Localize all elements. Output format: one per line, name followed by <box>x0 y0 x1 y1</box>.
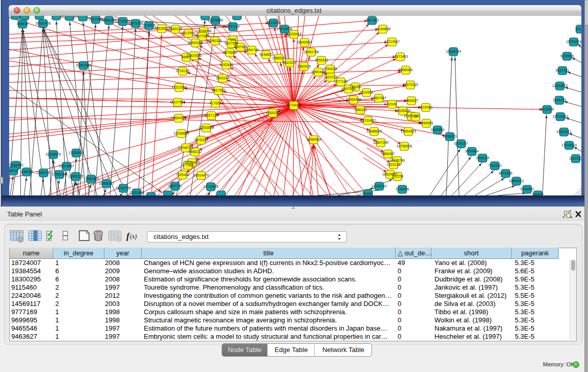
svg-text:16914479: 16914479 <box>193 173 209 177</box>
svg-text:20691406: 20691406 <box>35 21 51 25</box>
svg-text:7663822: 7663822 <box>155 27 169 30</box>
svg-text:1588520: 1588520 <box>272 56 286 60</box>
svg-text:12975115: 12975115 <box>403 83 418 86</box>
svg-text:9146821: 9146821 <box>259 53 273 56</box>
svg-text:12905135: 12905135 <box>68 174 83 178</box>
svg-text:39114: 39114 <box>9 169 18 172</box>
svg-text:12213967: 12213967 <box>384 40 400 43</box>
svg-text:9115460: 9115460 <box>419 105 432 109</box>
svg-text:8938923: 8938923 <box>443 135 457 138</box>
svg-text:17957225: 17957225 <box>83 177 99 181</box>
svg-text:9242848: 9242848 <box>220 63 233 67</box>
svg-text:10025438: 10025438 <box>395 109 410 113</box>
svg-text:16782759: 16782759 <box>116 186 131 190</box>
svg-text:11123: 11123 <box>576 27 581 31</box>
svg-text:1156819: 1156819 <box>20 170 33 173</box>
svg-text:17046766: 17046766 <box>178 146 193 149</box>
svg-text:9699695: 9699695 <box>420 121 433 125</box>
svg-text:8454749: 8454749 <box>245 48 259 52</box>
svg-text:17016504: 17016504 <box>561 143 577 147</box>
svg-text:10210643: 10210643 <box>553 115 568 118</box>
svg-text:10648764: 10648764 <box>446 50 461 53</box>
svg-text:8322037: 8322037 <box>283 61 297 64</box>
svg-text:19756928: 19756928 <box>397 144 412 148</box>
svg-text:14136141: 14136141 <box>372 184 387 188</box>
svg-text:12213369: 12213369 <box>171 85 187 89</box>
svg-text:2935114: 2935114 <box>476 156 489 160</box>
svg-text:3624554: 3624554 <box>360 91 374 94</box>
svg-text:11923446: 11923446 <box>129 191 144 194</box>
svg-text:1621072: 1621072 <box>324 75 338 79</box>
svg-text:9129966: 9129966 <box>560 54 574 58</box>
svg-text:9463627: 9463627 <box>405 99 419 102</box>
svg-text:16154808: 16154808 <box>375 27 390 31</box>
svg-text:98901: 98901 <box>182 55 191 59</box>
svg-text:6879197: 6879197 <box>454 142 468 145</box>
svg-text:21266501: 21266501 <box>9 163 24 167</box>
svg-text:8215955: 8215955 <box>540 107 554 111</box>
svg-text:19654925: 19654925 <box>171 116 186 120</box>
svg-text:8427552: 8427552 <box>212 89 226 92</box>
svg-text:7357224: 7357224 <box>226 25 240 28</box>
svg-text:1167533: 1167533 <box>569 157 581 160</box>
svg-text:11451194: 11451194 <box>52 172 67 176</box>
svg-text:6794028: 6794028 <box>323 67 337 71</box>
svg-text:16961758: 16961758 <box>303 50 319 54</box>
svg-text:177564: 177564 <box>182 163 194 167</box>
svg-text:10973493: 10973493 <box>393 55 408 58</box>
svg-text:13716485: 13716485 <box>203 185 219 188</box>
svg-text:17359924: 17359924 <box>69 151 84 155</box>
svg-text:1640954: 1640954 <box>431 128 445 132</box>
svg-text:7515526: 7515526 <box>142 24 156 27</box>
svg-text:10654112: 10654112 <box>509 179 524 183</box>
svg-text:16033809: 16033809 <box>208 18 223 22</box>
svg-text:19218506: 19218506 <box>277 27 292 31</box>
svg-text:546: 546 <box>230 38 236 41</box>
svg-text:13226058: 13226058 <box>196 29 211 33</box>
svg-text:19654923: 19654923 <box>401 129 416 133</box>
svg-text:7955812: 7955812 <box>315 58 329 62</box>
svg-text:1362615: 1362615 <box>297 64 311 68</box>
svg-text:7986322: 7986322 <box>354 108 367 112</box>
svg-text:8471626: 8471626 <box>499 171 513 175</box>
svg-text:16671355: 16671355 <box>128 21 143 25</box>
svg-text:16107554: 16107554 <box>170 100 185 104</box>
svg-text:8990448: 8990448 <box>312 70 325 74</box>
svg-text:8912954: 8912954 <box>182 31 195 35</box>
svg-text:15751074: 15751074 <box>566 40 581 43</box>
svg-text:62160: 62160 <box>387 102 397 106</box>
svg-text:12093873: 12093873 <box>552 84 568 87</box>
svg-text:84: 84 <box>413 115 418 118</box>
svg-text:2803144: 2803144 <box>216 76 230 80</box>
svg-text:9474444: 9474444 <box>465 149 479 153</box>
svg-text:8813054: 8813054 <box>267 21 280 25</box>
svg-text:9657791: 9657791 <box>168 184 182 188</box>
svg-text:(x): (x) <box>130 233 137 240</box>
svg-text:8267130: 8267130 <box>205 114 219 117</box>
svg-text:13325419: 13325419 <box>286 32 301 36</box>
svg-text:8186328: 8186328 <box>208 39 222 42</box>
svg-text:7632621: 7632621 <box>488 164 502 167</box>
svg-text:19975887: 19975887 <box>59 164 74 168</box>
svg-text:14120746: 14120746 <box>389 159 405 162</box>
svg-text:405572: 405572 <box>17 22 29 26</box>
svg-text:18724007: 18724007 <box>286 103 301 107</box>
svg-text:16543382: 16543382 <box>188 41 203 45</box>
svg-text:9227341: 9227341 <box>556 69 570 72</box>
svg-text:20206576: 20206576 <box>46 152 61 156</box>
svg-text:8660124: 8660124 <box>169 27 183 31</box>
svg-text:15300293: 15300293 <box>265 111 280 115</box>
svg-text:1244419: 1244419 <box>553 98 567 102</box>
svg-text:9777169: 9777169 <box>334 80 348 83</box>
svg-text:9327508: 9327508 <box>225 41 238 45</box>
svg-text:7485063: 7485063 <box>399 68 413 72</box>
svg-text:3875685: 3875685 <box>223 51 237 54</box>
svg-text:15720407: 15720407 <box>360 119 376 122</box>
svg-text:15640910: 15640910 <box>297 40 312 44</box>
svg-text:1615132: 1615132 <box>387 163 401 166</box>
svg-text:10958107: 10958107 <box>99 182 114 185</box>
svg-text:9884067: 9884067 <box>381 152 395 156</box>
svg-text:19166829: 19166829 <box>173 132 189 135</box>
svg-text:6497568: 6497568 <box>342 87 356 91</box>
svg-text:10688609: 10688609 <box>366 129 382 133</box>
